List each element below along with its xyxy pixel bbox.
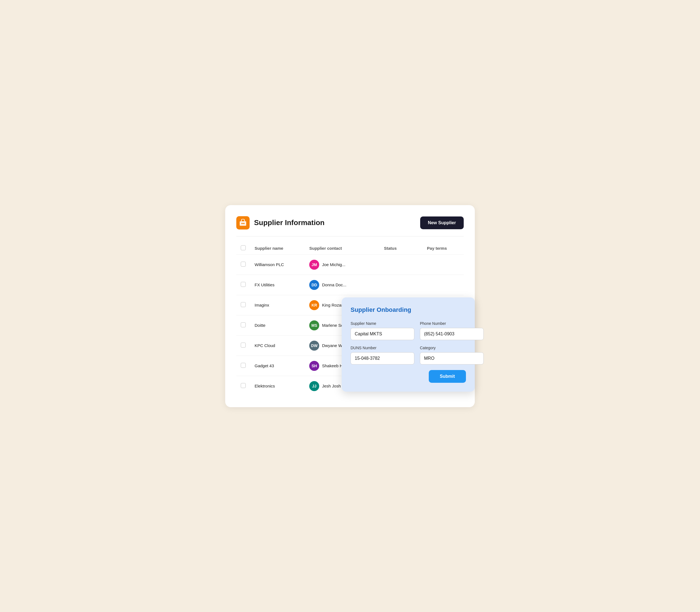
phone-group: Phone Number	[420, 321, 484, 340]
phone-input[interactable]	[420, 328, 484, 340]
row-checkbox[interactable]	[241, 383, 246, 388]
col-checkbox	[236, 242, 250, 255]
row-checkbox-cell	[236, 335, 250, 356]
pay-terms-cell	[423, 275, 464, 295]
avatar: MS	[309, 320, 319, 330]
supplier-name-input[interactable]	[351, 328, 414, 340]
supplier-contact-cell: DD Donna Doc...	[305, 275, 380, 295]
supplier-name-cell: Gadget 43	[250, 356, 305, 376]
avatar: SH	[309, 361, 319, 371]
col-pay-terms: Pay terms	[423, 242, 464, 255]
supplier-icon	[236, 216, 250, 230]
row-checkbox[interactable]	[241, 302, 246, 307]
avatar: DD	[309, 280, 319, 290]
row-checkbox-cell	[236, 275, 250, 295]
category-group: Category	[420, 346, 484, 364]
page-title: Supplier Information	[254, 219, 325, 227]
modal-title: Supplier Onboarding	[351, 306, 466, 314]
row-checkbox[interactable]	[241, 322, 246, 327]
category-label: Category	[420, 346, 484, 350]
supplier-name-cell: KPC Cloud	[250, 335, 305, 356]
supplier-name-group: Supplier Name	[351, 321, 414, 340]
supplier-name-cell: Elektronics	[250, 376, 305, 396]
supplier-name-label: Supplier Name	[351, 321, 414, 326]
supplier-contact-cell: JM Joe Michig...	[305, 254, 380, 275]
supplier-name-cell: Williamson PLC	[250, 254, 305, 275]
row-checkbox-cell	[236, 295, 250, 315]
row-checkbox-cell	[236, 315, 250, 335]
status-cell	[380, 254, 422, 275]
row-checkbox[interactable]	[241, 363, 246, 368]
col-status: Status	[380, 242, 422, 255]
page-header: Supplier Information New Supplier	[236, 216, 464, 230]
table-row: FX Utilities DD Donna Doc...	[236, 275, 464, 295]
duns-group: DUNS Number	[351, 346, 414, 364]
table-row: Williamson PLC JM Joe Michig...	[236, 254, 464, 275]
pay-terms-cell	[423, 254, 464, 275]
contact-name: Jesh Josh	[322, 384, 341, 388]
row-checkbox[interactable]	[241, 262, 246, 267]
col-supplier-contact: Supplier contact	[305, 242, 380, 255]
avatar: KR	[309, 300, 319, 310]
contact-name: Joe Michig...	[322, 262, 345, 267]
form-row-1: Supplier Name Phone Number	[351, 321, 466, 340]
modal-footer: Submit	[351, 370, 466, 383]
duns-label: DUNS Number	[351, 346, 414, 350]
onboarding-modal: Supplier Onboarding Supplier Name Phone …	[342, 297, 475, 392]
status-cell	[380, 275, 422, 295]
new-supplier-button[interactable]: New Supplier	[420, 217, 464, 229]
avatar: JJ	[309, 381, 319, 391]
header-left: Supplier Information	[236, 216, 325, 230]
row-checkbox[interactable]	[241, 343, 246, 348]
submit-button[interactable]: Submit	[429, 370, 466, 383]
supplier-name-cell: Doitte	[250, 315, 305, 335]
select-all-checkbox[interactable]	[241, 245, 246, 250]
avatar: DW	[309, 340, 319, 351]
category-input[interactable]	[420, 352, 484, 364]
main-card: Supplier Information New Supplier Suppli…	[225, 205, 475, 407]
row-checkbox[interactable]	[241, 282, 246, 287]
col-supplier-name: Supplier name	[250, 242, 305, 255]
row-checkbox-cell	[236, 356, 250, 376]
phone-label: Phone Number	[420, 321, 484, 326]
table-container: Supplier name Supplier contact Status Pa…	[236, 242, 464, 396]
contact-name: Donna Doc...	[322, 282, 346, 287]
row-checkbox-cell	[236, 376, 250, 396]
row-checkbox-cell	[236, 254, 250, 275]
table-header-row: Supplier name Supplier contact Status Pa…	[236, 242, 464, 255]
form-row-2: DUNS Number Category	[351, 346, 466, 364]
duns-input[interactable]	[351, 352, 414, 364]
supplier-name-cell: FX Utilities	[250, 275, 305, 295]
supplier-name-cell: Imaginx	[250, 295, 305, 315]
header-divider	[236, 236, 464, 236]
avatar: JM	[309, 260, 319, 270]
